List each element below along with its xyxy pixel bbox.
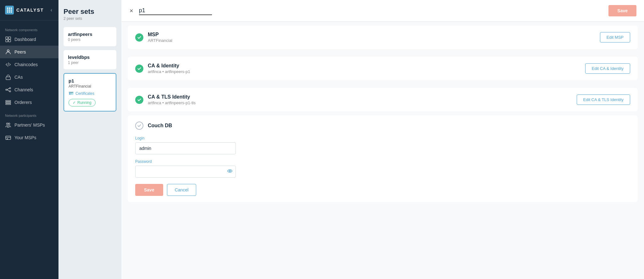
- sidebar-item-peers[interactable]: Peers: [0, 46, 58, 58]
- svg-point-13: [8, 123, 10, 125]
- peer-set-peers-artfinpeers: 0 peers: [68, 37, 112, 42]
- msp-title: MSP: [148, 32, 172, 37]
- partners-msps-label: Partners' MSPs: [14, 122, 45, 128]
- peer-set-peers-leveldbps: 1 peer: [68, 60, 112, 65]
- msp-section-left: MSP ARTFinancial: [135, 32, 172, 43]
- edit-ca-tls-identity-button[interactable]: Edit CA & TLS Identity: [577, 94, 630, 105]
- peer-name-p1: p1: [69, 78, 111, 83]
- svg-rect-14: [6, 136, 11, 140]
- ca-identity-section-left: CA & Identity artfinca • artfinpeers-p1: [135, 63, 190, 74]
- collapse-button[interactable]: ‹: [49, 6, 53, 14]
- svg-rect-0: [6, 37, 8, 39]
- logo-text: CATALYST: [16, 8, 44, 13]
- svg-rect-10: [6, 102, 11, 103]
- ca-tls-identity-info: CA & TLS Identity artfinca • artfinpeers…: [148, 94, 196, 105]
- channels-label: Channels: [14, 87, 33, 92]
- msp-check-icon: [135, 33, 143, 42]
- logo-area: CATALYST: [5, 6, 44, 14]
- password-label: Password: [135, 159, 630, 164]
- logo-icon: [5, 6, 14, 14]
- peer-set-artfinpeers[interactable]: artfinpeers 0 peers: [64, 27, 116, 46]
- cas-icon: [5, 74, 11, 80]
- sidebar-item-dashboard[interactable]: Dashboard: [0, 33, 58, 46]
- svg-point-12: [7, 123, 8, 125]
- header-save-button[interactable]: Save: [608, 5, 636, 16]
- network-participants-label: Network participants: [0, 109, 58, 119]
- sidebar-item-channels[interactable]: Channels: [0, 83, 58, 96]
- your-msps-icon: [5, 134, 11, 141]
- panel-header: × Save: [121, 0, 644, 22]
- panel-title-input[interactable]: [139, 7, 212, 15]
- couchdb-cancel-button[interactable]: Cancel: [167, 184, 197, 196]
- network-components-label: Network components: [0, 26, 58, 33]
- ca-tls-identity-check-icon: [135, 96, 143, 104]
- your-msps-label: Your MSPs: [14, 135, 36, 140]
- ca-identity-section-row: CA & Identity artfinca • artfinpeers-p1 …: [128, 57, 638, 80]
- orderers-label: Orderers: [14, 100, 32, 105]
- svg-rect-2: [6, 40, 8, 42]
- peer-sets-panel: Peer sets 2 peer sets artfinpeers 0 peer…: [58, 0, 121, 279]
- couchdb-section: Couch DB Login Password: [128, 115, 638, 202]
- ca-tls-identity-title: CA & TLS Identity: [148, 94, 196, 100]
- login-input[interactable]: [135, 142, 236, 154]
- ca-identity-title: CA & Identity: [148, 63, 190, 69]
- peer-certs-row: 🪪 Certificates: [69, 91, 111, 96]
- peer-set-name-leveldbps: leveldbps: [68, 54, 112, 60]
- ca-tls-identity-section-left: CA & TLS Identity artfinca • artfinpeers…: [135, 94, 196, 105]
- svg-point-15: [228, 170, 232, 172]
- edit-ca-identity-button[interactable]: Edit CA & Identity: [585, 63, 630, 74]
- svg-rect-3: [8, 40, 11, 42]
- password-form-group: Password: [135, 159, 630, 178]
- channels-icon: [5, 87, 11, 93]
- dashboard-label: Dashboard: [14, 37, 36, 42]
- form-actions: Save Cancel: [135, 184, 630, 196]
- sidebar-item-orderers[interactable]: Orderers: [0, 96, 58, 109]
- sidebar-item-your-msps[interactable]: Your MSPs: [0, 131, 58, 144]
- ca-identity-info: CA & Identity artfinca • artfinpeers-p1: [148, 63, 190, 74]
- msp-section-row: MSP ARTFinancial Edit MSP: [128, 26, 638, 49]
- couchdb-save-button[interactable]: Save: [135, 184, 163, 196]
- cas-label: CAs: [14, 75, 23, 80]
- password-input[interactable]: [135, 166, 236, 178]
- login-form-group: Login: [135, 136, 630, 154]
- sidebar-header: CATALYST ‹: [0, 0, 58, 20]
- couchdb-header: Couch DB: [135, 122, 630, 130]
- sidebar-item-chaincodes[interactable]: Chaincodes: [0, 58, 58, 71]
- close-button[interactable]: ×: [129, 7, 134, 14]
- sidebar: CATALYST ‹ Network components Dashboard: [0, 0, 58, 279]
- cert-icon: 🪪: [69, 91, 74, 96]
- chaincodes-icon: [5, 61, 11, 68]
- running-badge[interactable]: ✓ Running: [69, 99, 96, 106]
- svg-point-8: [9, 91, 11, 92]
- peer-sets-count: 2 peer sets: [64, 16, 116, 21]
- peer-org-p1: ARTFinancial: [69, 84, 111, 88]
- svg-point-16: [229, 170, 230, 172]
- edit-msp-button[interactable]: Edit MSP: [600, 32, 630, 43]
- ca-identity-subtitle: artfinca • artfinpeers-p1: [148, 69, 190, 74]
- ca-tls-identity-subtitle: artfinca • artfinpeers-p1-tls: [148, 100, 196, 105]
- msp-info: MSP ARTFinancial: [148, 32, 172, 43]
- couchdb-title: Couch DB: [148, 123, 172, 128]
- msp-subtitle: ARTFinancial: [148, 38, 172, 43]
- ca-tls-identity-section-row: CA & TLS Identity artfinca • artfinpeers…: [128, 88, 638, 111]
- logo-grid: [7, 8, 12, 13]
- svg-point-6: [6, 89, 7, 90]
- sidebar-item-cas[interactable]: CAs: [0, 71, 58, 83]
- svg-point-7: [9, 88, 11, 89]
- svg-point-4: [7, 50, 9, 52]
- orderers-icon: [5, 99, 11, 105]
- peer-set-leveldbps[interactable]: leveldbps 1 peer: [64, 50, 116, 69]
- sidebar-item-partners-msps[interactable]: Partners' MSPs: [0, 119, 58, 131]
- peer-set-name-artfinpeers: artfinpeers: [68, 31, 112, 37]
- dashboard-icon: [5, 36, 11, 43]
- chaincodes-label: Chaincodes: [14, 62, 38, 67]
- toggle-password-button[interactable]: [227, 168, 233, 175]
- password-wrapper: [135, 166, 236, 178]
- peer-item-p1[interactable]: p1 ARTFinancial 🪪 Certificates ✓ Running: [64, 73, 116, 111]
- peers-label: Peers: [14, 49, 26, 54]
- login-label: Login: [135, 136, 630, 140]
- running-check-icon: ✓: [73, 100, 76, 105]
- certificates-link[interactable]: Certificates: [75, 91, 94, 96]
- peers-icon: [5, 49, 11, 55]
- running-label: Running: [77, 100, 92, 105]
